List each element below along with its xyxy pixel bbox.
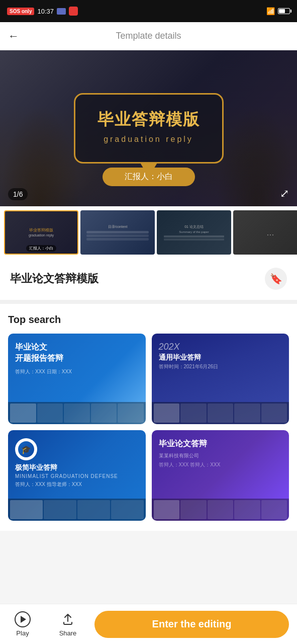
card-year-2: 202X bbox=[159, 342, 282, 352]
logo-inner-3: 🎓 bbox=[18, 441, 34, 457]
speech-bubble: 毕业答辩模版 graduation reply bbox=[74, 93, 224, 164]
share-svg-icon bbox=[61, 612, 75, 626]
bookmark-button[interactable]: 🔖 bbox=[265, 268, 287, 290]
mini-thumb bbox=[118, 404, 144, 423]
share-label: Share bbox=[59, 629, 77, 637]
mail-icon bbox=[57, 8, 66, 15]
title-section: 毕业论文答辩模版 🔖 bbox=[0, 259, 297, 304]
main-content: 毕业答辩模版 graduation reply 汇报人：小白 1/6 ⤢ 毕业答… bbox=[0, 50, 297, 531]
status-right: 📶 bbox=[266, 7, 290, 15]
card-title-1: 毕业论文开题报告答辩 bbox=[15, 342, 139, 364]
thumbnail-2[interactable]: 目录/content bbox=[80, 210, 155, 255]
card-subtitle-2: 通用毕业答辩 bbox=[159, 353, 282, 362]
card-thumb-strip-4 bbox=[152, 499, 289, 521]
mini-thumb bbox=[77, 500, 110, 519]
play-label: Play bbox=[16, 629, 29, 637]
wifi-icon: 📶 bbox=[266, 7, 275, 15]
mini-thumb bbox=[208, 500, 234, 519]
card-thumb-strip-2 bbox=[152, 402, 289, 424]
card-en-sub-3: MINIMALIST GRADUATION DEFENSE bbox=[15, 473, 139, 479]
mini-thumb bbox=[261, 404, 287, 423]
play-triangle-icon bbox=[21, 616, 26, 623]
mini-thumb bbox=[111, 500, 144, 519]
thumb-inner-4: ... bbox=[233, 210, 297, 255]
thumb-inner-3: 01 论文总结 Summary of the paper bbox=[157, 210, 231, 255]
thumb-inner-2: 目录/content bbox=[80, 210, 155, 255]
thumb-label-1: 汇报人：小白 bbox=[26, 245, 56, 252]
template-title: 毕业论文答辩模版 bbox=[10, 271, 98, 286]
preview-area: 毕业答辩模版 graduation reply 汇报人：小白 1/6 ⤢ bbox=[0, 50, 297, 206]
mini-thumb bbox=[154, 404, 180, 423]
thumbnail-4[interactable]: ... bbox=[233, 210, 297, 255]
thumbnail-1[interactable]: 毕业答辩模版graduation reply 汇报人：小白 bbox=[4, 210, 78, 255]
card-meta-3: 答辩人：XXX 指导老师：XXX bbox=[15, 481, 139, 488]
mini-thumb bbox=[64, 404, 90, 423]
share-icon bbox=[60, 611, 76, 627]
search-card-3[interactable]: 🎓 极简毕业答辩 MINIMALIST GRADUATION DEFENSE 答… bbox=[8, 430, 146, 521]
mini-thumb bbox=[208, 404, 234, 423]
back-button[interactable]: ← bbox=[8, 30, 19, 43]
sos-label: SOS only bbox=[7, 8, 34, 15]
search-card-2[interactable]: 202X 通用毕业答辩 答辩时间：2021年6月26日 bbox=[152, 334, 289, 424]
search-grid: 毕业论文开题报告答辩 答辩人：XXX 日期：XXX 202X bbox=[8, 334, 289, 521]
bottom-bar: Play Share Enter the editing bbox=[0, 604, 297, 644]
fullscreen-button[interactable]: ⤢ bbox=[280, 187, 289, 200]
reporter-badge: 汇报人：小白 bbox=[103, 168, 195, 186]
mini-thumb bbox=[180, 500, 207, 519]
share-button[interactable]: Share bbox=[45, 604, 90, 644]
enter-edit-label: Enter the editing bbox=[152, 618, 232, 630]
top-search-section: Top search 毕业论文开题报告答辩 答辩人：XXX 日期：XXX bbox=[0, 304, 297, 531]
thumbnail-strip: 毕业答辩模版graduation reply 汇报人：小白 目录/content bbox=[0, 206, 297, 259]
mini-thumb bbox=[234, 500, 260, 519]
mini-thumb bbox=[91, 404, 117, 423]
mini-thumb bbox=[261, 500, 287, 519]
enter-edit-button[interactable]: Enter the editing bbox=[94, 611, 289, 638]
mini-thumb bbox=[154, 500, 180, 519]
bookmark-icon: 🔖 bbox=[270, 273, 282, 285]
card-title-4: 毕业论文答辩 bbox=[159, 438, 282, 449]
card-names-4: 答辩人：XXX 答辩人：XXX bbox=[159, 461, 282, 468]
slide-counter: 1/6 bbox=[8, 188, 28, 200]
mini-thumb bbox=[10, 404, 36, 423]
card-date-2: 答辩时间：2021年6月26日 bbox=[159, 363, 282, 370]
app-icon-2 bbox=[69, 7, 78, 16]
status-left: SOS only 10:37 bbox=[7, 7, 78, 16]
play-circle-icon bbox=[15, 611, 31, 627]
card-company-4: 某某科技有限公司 bbox=[159, 452, 282, 459]
section-title: Top search bbox=[8, 314, 289, 326]
page-title: Template details bbox=[116, 31, 181, 41]
thumb-inner-1: 毕业答辩模版graduation reply 汇报人：小白 bbox=[5, 211, 77, 254]
mini-thumb bbox=[44, 500, 76, 519]
status-bar: SOS only 10:37 📶 bbox=[0, 0, 297, 22]
bubble-title-zh: 毕业答辩模版 bbox=[97, 109, 200, 131]
mini-thumb bbox=[234, 404, 260, 423]
play-button[interactable]: Play bbox=[0, 604, 45, 644]
scrollable-content: 毕业答辩模版 graduation reply 汇报人：小白 1/6 ⤢ 毕业答… bbox=[0, 50, 297, 571]
search-card-4[interactable]: 毕业论文答辩 某某科技有限公司 答辩人：XXX 答辩人：XXX bbox=[152, 430, 289, 521]
search-card-1[interactable]: 毕业论文开题报告答辩 答辩人：XXX 日期：XXX bbox=[8, 334, 146, 424]
header: ← Template details bbox=[0, 22, 297, 50]
card-meta-1: 答辩人：XXX 日期：XXX bbox=[15, 368, 139, 375]
play-icon bbox=[15, 611, 31, 627]
thumbnail-3[interactable]: 01 论文总结 Summary of the paper bbox=[157, 210, 231, 255]
bottom-actions: Play Share Enter the editing bbox=[0, 604, 297, 644]
card-thumb-strip-1 bbox=[8, 402, 146, 424]
mini-thumb bbox=[37, 404, 63, 423]
card-thumb-strip-3 bbox=[8, 499, 146, 521]
bubble-title-en: graduation reply bbox=[97, 135, 200, 144]
card-subtitle-3: 极简毕业答辩 bbox=[15, 463, 139, 472]
mini-thumb bbox=[180, 404, 207, 423]
time-label: 10:37 bbox=[37, 8, 54, 15]
battery-icon bbox=[278, 8, 290, 14]
card-logo-3: 🎓 bbox=[15, 438, 37, 460]
mini-thumb bbox=[10, 500, 43, 519]
